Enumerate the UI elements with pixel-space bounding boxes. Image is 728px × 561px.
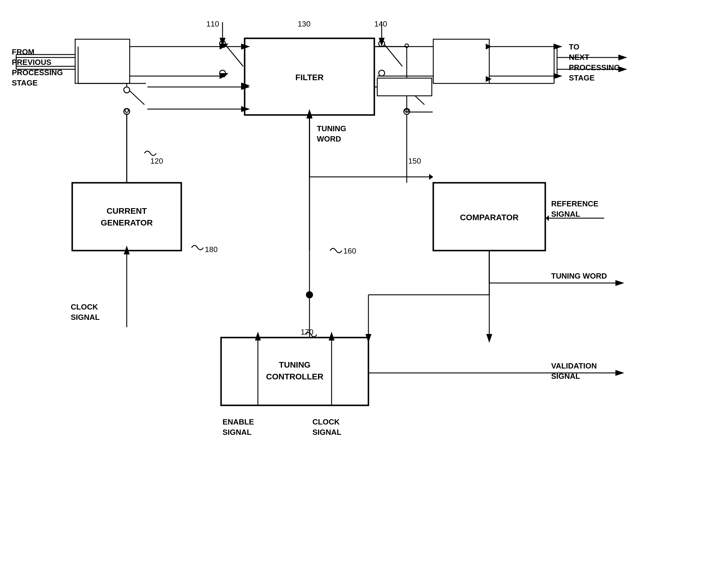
to-next-label4: STAGE: [569, 73, 595, 82]
svg-point-7: [124, 87, 130, 93]
to-next-label1: TO: [569, 42, 579, 51]
validation-signal-label2: SIGNAL: [551, 372, 580, 381]
current-generator-label2: GENERATOR: [101, 218, 153, 227]
label-150: 150: [408, 157, 421, 165]
label-170: 170: [301, 328, 313, 336]
comparator-label: COMPARATOR: [460, 213, 518, 222]
clock-signal-left-label1: CLOCK: [71, 302, 98, 311]
tuning-controller-block: [221, 338, 368, 405]
circuit-diagram: FILTER CURRENT GENERATOR COMPARATOR TUNI…: [0, 0, 728, 561]
diagram-container: FILTER CURRENT GENERATOR COMPARATOR TUNI…: [0, 0, 728, 561]
label-120: 120: [150, 157, 163, 165]
reference-signal-label1: REFERENCE: [551, 199, 598, 208]
to-next-label3: PROCESSING: [569, 63, 620, 72]
from-previous-label3: PROCESSING: [12, 68, 63, 77]
current-generator-block: [72, 183, 181, 251]
label-180: 180: [205, 245, 218, 254]
label-130: 130: [298, 19, 310, 28]
svg-rect-86: [433, 39, 489, 83]
tuning-word-up-label2: WORD: [317, 134, 341, 143]
tuning-word-out-label: TUNING WORD: [551, 272, 607, 280]
svg-rect-91: [75, 39, 130, 83]
tuning-controller-label1: TUNING: [279, 360, 310, 369]
from-previous-label4: STAGE: [12, 78, 38, 87]
svg-point-5: [379, 70, 385, 76]
enable-signal-label2: SIGNAL: [223, 428, 251, 437]
svg-point-44: [125, 109, 129, 112]
validation-signal-label: VALIDATION: [551, 361, 597, 370]
svg-rect-58: [377, 78, 432, 96]
tuning-word-up-label: TUNING: [317, 124, 346, 133]
reference-signal-label2: SIGNAL: [551, 210, 580, 218]
clock-signal-bottom-label1: CLOCK: [312, 417, 340, 426]
from-previous-label1: FROM: [12, 47, 34, 56]
enable-signal-label1: ENABLE: [223, 417, 254, 426]
label-140: 140: [374, 19, 387, 28]
svg-point-61: [306, 291, 313, 298]
to-next-label2: NEXT: [569, 53, 589, 62]
label-110: 110: [206, 19, 219, 28]
from-previous-label2: PREVIOUS: [12, 58, 51, 67]
clock-signal-left-label2: SIGNAL: [71, 313, 100, 322]
label-160: 160: [343, 246, 356, 255]
clock-signal-bottom-label2: SIGNAL: [312, 428, 341, 437]
current-generator-label1: CURRENT: [107, 206, 147, 215]
filter-label: FILTER: [295, 73, 324, 82]
tuning-controller-label2: CONTROLLER: [266, 372, 323, 381]
